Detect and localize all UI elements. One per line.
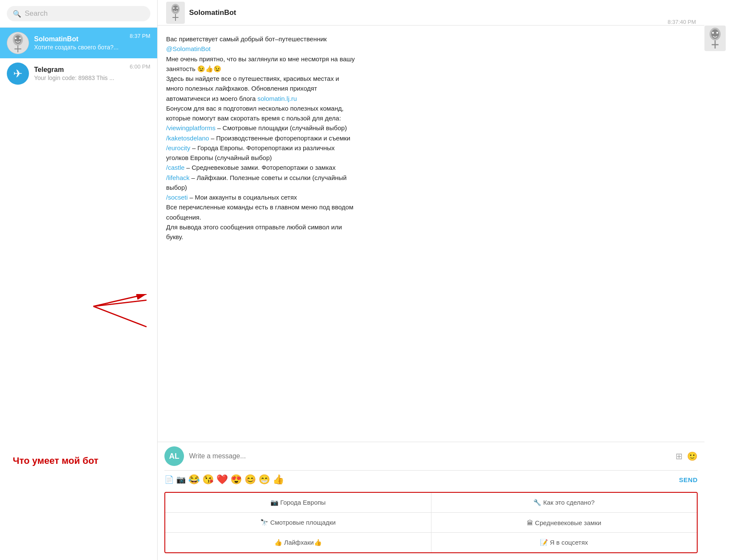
svg-point-21 (716, 32, 718, 34)
avatar-telegram: ✈ (7, 63, 29, 85)
emoji-laugh[interactable]: 😂 (188, 474, 200, 485)
keyboard-grid: 📷 Города Европы 🔧 Как это сделано? 🔭 Смо… (164, 492, 698, 553)
avatar-solomatin (7, 32, 29, 54)
sidebar: 🔍 Search SolomatinBot Хотите создать сво (0, 0, 158, 560)
main-area: SolomatinBot 8:37:40 PM Вас приветствует… (158, 0, 730, 560)
header-bot-avatar (166, 2, 185, 24)
msg-line3c: автоматичекси из моего блога (166, 95, 256, 102)
chat-header-time: 8:37:40 PM (668, 19, 696, 25)
bot-avatar-right (704, 0, 730, 560)
cmd4-link[interactable]: /castle (166, 164, 184, 171)
msg-link-blog[interactable]: solomatin.lj.ru (257, 95, 297, 102)
svg-point-5 (19, 37, 21, 39)
input-row: AL ⊞ 🙂 (158, 442, 704, 470)
cmd2-desc: – Производственные фоторепортажи и съемк… (211, 134, 350, 142)
cmd5-desc2: выбор) (166, 184, 187, 191)
cmd3-desc: – Города Европы. Фоторепортажи из различ… (192, 144, 335, 151)
keyboard-btn-5[interactable]: 📝 Я в соцсетях (431, 533, 697, 552)
msg-line4b: которые помогут вам скоротать время с по… (166, 114, 341, 122)
search-bar: 🔍 Search (0, 0, 157, 28)
search-icon: 🔍 (13, 10, 21, 18)
msg-line4: Бонусом для вас я подготовил несколько п… (166, 105, 344, 112)
chat-item-solomatin[interactable]: SolomatinBot Хотите создать своего бота?… (0, 28, 157, 58)
chat-list: SolomatinBot Хотите создать своего бота?… (0, 28, 157, 294)
cmd5-link[interactable]: /lifehack (166, 174, 190, 181)
chat-item-telegram[interactable]: ✈ Telegram Your login code: 89883 This .… (0, 58, 157, 89)
emoji-smile[interactable]: 😊 (244, 474, 256, 485)
cmd5-desc: – Лайфхаки. Полезные советы и ссылки (сл… (191, 174, 347, 181)
annotation-arrows (0, 294, 157, 560)
emoji-kiss[interactable]: 😘 (202, 474, 214, 485)
chat-header-info: SolomatinBot (189, 9, 236, 17)
msg-footer2: Для вывода этого сообщения отправьте люб… (166, 223, 342, 231)
chat-time-telegram: 6:00 PM (130, 63, 150, 70)
messages-area: Вас приветствует самый добрый бот–путеше… (158, 26, 704, 442)
keyboard-btn-2[interactable]: 🔭 Смотровые площадки (165, 513, 431, 532)
attach-file-icon[interactable]: 📄 (164, 475, 174, 484)
search-input-wrapper[interactable]: 🔍 Search (7, 6, 150, 21)
chat-header: SolomatinBot 8:37:40 PM (158, 0, 704, 26)
message-row-main: Вас приветствует самый добрый бот–путеше… (166, 34, 696, 242)
keyboard-btn-1[interactable]: 🔧 Как это сделано? (431, 493, 697, 512)
message-text-main: Вас приветствует самый добрый бот–путеше… (166, 34, 355, 242)
cmd3-desc2: уголков Европы (случайный выбор) (166, 154, 272, 161)
attach-photo-icon[interactable]: 📷 (176, 475, 186, 484)
chat-time-solomatin: 8:37 PM (130, 33, 150, 39)
msg-footer1b: сообщения. (166, 214, 201, 221)
cmd4-desc: – Средневековые замки. Фоторепортажи о з… (187, 164, 336, 171)
cmd3-link[interactable]: /eurocity (166, 144, 190, 151)
svg-line-6 (93, 294, 147, 306)
cmd6-link[interactable]: /socseti (166, 194, 188, 201)
search-placeholder: Search (25, 9, 48, 18)
svg-point-20 (712, 32, 714, 34)
input-area: AL ⊞ 🙂 📄 📷 😂 😘 ❤️ 😍 😊 😁 👍 SEND (158, 442, 704, 560)
msg-line3b: много полезных лайфхаков. Обновления при… (166, 85, 317, 92)
cmd1-link[interactable]: /viewingplatforms (166, 124, 216, 131)
svg-point-1 (14, 35, 21, 44)
svg-point-4 (15, 37, 17, 39)
emoji-row: 📄 📷 😂 😘 ❤️ 😍 😊 😁 👍 SEND (158, 471, 704, 489)
emoji-icon[interactable]: 🙂 (687, 451, 698, 461)
keyboard-btn-4[interactable]: 👍 Лайфхаки👍 (165, 533, 431, 552)
chat-preview-solomatin: Хотите создать своего бота?... (34, 44, 125, 51)
chat-preview-telegram: Your login code: 89883 This ... (34, 74, 125, 81)
emoji-grin[interactable]: 😁 (259, 474, 270, 485)
keyboard-btn-3[interactable]: 🏛 Средневековые замки (431, 513, 697, 532)
input-icons: ⊞ 🙂 (675, 451, 698, 461)
send-button[interactable]: SEND (679, 476, 698, 483)
chat-info-solomatin: SolomatinBot Хотите создать своего бота?… (34, 35, 125, 51)
svg-line-8 (93, 306, 147, 326)
chat-info-telegram: Telegram Your login code: 89883 This ... (34, 66, 125, 81)
keyboard-toggle-icon[interactable]: ⊞ (675, 451, 683, 461)
annotation-label: Что умеет мой бот (13, 455, 98, 466)
message-input[interactable] (189, 452, 670, 460)
cmd1-desc: – Смотровые площадки (случайный выбор) (217, 124, 347, 131)
user-avatar: AL (164, 446, 184, 466)
msg-footer2b: букву. (166, 233, 183, 240)
emoji-thumbsup[interactable]: 👍 (273, 474, 284, 485)
bot-image-right (704, 26, 726, 51)
cmd2-link[interactable]: /kaketosdelano (166, 134, 209, 142)
chat-header-name: SolomatinBot (189, 9, 236, 17)
cmd6-desc: – Мои аккаунты в социальных сетях (190, 194, 297, 201)
emoji-heart[interactable]: ❤️ (216, 474, 228, 485)
keyboard-btn-0[interactable]: 📷 Города Европы (165, 493, 431, 512)
msg-line3: Здесь вы найдете все о путешествиях, кра… (166, 75, 339, 82)
msg-footer1: Все перечисленные команды есть в главном… (166, 203, 354, 211)
msg-line1: Вас приветствует самый добрый бот–путеше… (166, 35, 327, 43)
svg-line-7 (93, 300, 147, 306)
chat-name-telegram: Telegram (34, 66, 125, 74)
emoji-heart-eyes[interactable]: 😍 (230, 474, 242, 485)
msg-line2: Мне очень приятно, что вы заглянули ко м… (166, 55, 355, 63)
chat-main: SolomatinBot 8:37:40 PM Вас приветствует… (158, 0, 704, 560)
svg-point-15 (176, 7, 178, 9)
msg-line2b: занятость 😉👍😉 (166, 65, 221, 72)
svg-point-14 (173, 7, 175, 9)
msg-link-handle[interactable]: @SolomatinBot (166, 45, 210, 52)
chat-name-solomatin: SolomatinBot (34, 35, 125, 43)
